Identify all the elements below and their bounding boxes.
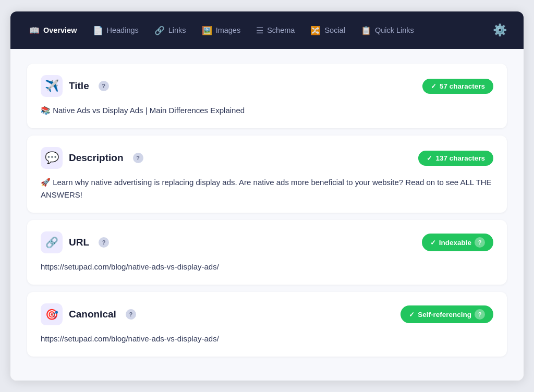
section-title-label: Title — [69, 80, 89, 92]
nav-item-images[interactable]: 🖼️ Images — [196, 21, 247, 40]
canonical-icon-wrap: 🎯 — [41, 303, 63, 325]
description-content: 🚀 Learn why native advertising is replac… — [41, 176, 493, 201]
canonical-badge-help-icon[interactable]: ? — [475, 309, 485, 320]
canonical-value: https://setupad.com/blog/native-ads-vs-d… — [41, 334, 219, 343]
canonical-help-icon[interactable]: ? — [126, 309, 136, 320]
nav-label-social: Social — [324, 26, 345, 34]
title-icon-wrap: ✈️ — [41, 75, 63, 97]
url-badge-wrap: ✓ Indexable ? — [422, 234, 493, 251]
section-description-label: Description — [69, 152, 124, 164]
quick-links-icon: 📋 — [361, 26, 371, 35]
nav-item-schema[interactable]: ☰ Schema — [250, 21, 301, 40]
headings-icon: 📄 — [93, 26, 103, 35]
section-canonical: 🎯 Canonical ? ✓ Self-referencing ? https… — [27, 292, 507, 357]
section-description-header: 💬 Description ? ✓ 137 characters — [41, 147, 493, 169]
section-url-label: URL — [69, 237, 89, 248]
canonical-badge-text: Self-referencing — [418, 311, 471, 318]
canonical-check-icon: ✓ — [409, 311, 415, 318]
url-help-icon[interactable]: ? — [99, 237, 109, 248]
description-badge: ✓ 137 characters — [418, 151, 493, 166]
nav-item-headings[interactable]: 📄 Headings — [87, 21, 145, 40]
top-nav: 📖 Overview 📄 Headings 🔗 Links 🖼️ Images … — [10, 11, 524, 49]
main-container: 📖 Overview 📄 Headings 🔗 Links 🖼️ Images … — [10, 11, 524, 381]
nav-label-links: Links — [168, 26, 186, 34]
section-url-header: 🔗 URL ? ✓ Indexable ? — [41, 231, 493, 253]
section-url-left: 🔗 URL ? — [41, 231, 109, 253]
url-badge-text: Indexable — [439, 239, 471, 247]
url-value: https://setupad.com/blog/native-ads-vs-d… — [41, 262, 219, 271]
nav-label-headings: Headings — [107, 26, 139, 34]
section-title-header: ✈️ Title ? ✓ 57 characters — [41, 75, 493, 97]
description-badge-text: 137 characters — [435, 154, 485, 162]
section-title: ✈️ Title ? ✓ 57 characters 📚 Native Ads … — [27, 64, 507, 128]
url-badge: ✓ Indexable ? — [422, 234, 493, 251]
title-content: 📚 Native Ads vs Display Ads | Main Diffe… — [41, 104, 493, 117]
nav-label-images: Images — [216, 26, 241, 34]
social-icon: 🔀 — [310, 26, 321, 35]
url-content: https://setupad.com/blog/native-ads-vs-d… — [41, 261, 493, 273]
canonical-badge: ✓ Self-referencing ? — [400, 305, 493, 323]
images-icon: 🖼️ — [202, 26, 212, 35]
nav-label-quick-links: Quick Links — [375, 26, 414, 34]
main-content: ✈️ Title ? ✓ 57 characters 📚 Native Ads … — [10, 49, 524, 381]
section-canonical-label: Canonical — [69, 309, 116, 320]
description-check-icon: ✓ — [427, 154, 432, 162]
canonical-content: https://setupad.com/blog/native-ads-vs-d… — [41, 333, 493, 345]
nav-item-quick-links[interactable]: 📋 Quick Links — [355, 21, 420, 40]
nav-item-social[interactable]: 🔀 Social — [304, 21, 351, 40]
description-help-icon[interactable]: ? — [133, 153, 143, 163]
nav-item-links[interactable]: 🔗 Links — [148, 21, 192, 40]
url-check-icon: ✓ — [430, 239, 436, 247]
nav-label-schema: Schema — [267, 26, 295, 34]
section-canonical-left: 🎯 Canonical ? — [41, 303, 136, 325]
title-help-icon[interactable]: ? — [99, 81, 109, 91]
schema-icon: ☰ — [256, 26, 263, 35]
section-title-left: ✈️ Title ? — [41, 75, 109, 97]
nav-label-overview: Overview — [43, 26, 77, 34]
settings-button[interactable]: ⚙️ — [489, 19, 511, 41]
title-badge: ✓ 57 characters — [422, 79, 493, 94]
url-badge-help-icon[interactable]: ? — [475, 237, 485, 248]
links-icon: 🔗 — [154, 26, 165, 35]
url-icon-wrap: 🔗 — [41, 231, 63, 253]
nav-item-overview[interactable]: 📖 Overview — [23, 21, 83, 40]
section-description-left: 💬 Description ? — [41, 147, 143, 169]
section-description: 💬 Description ? ✓ 137 characters 🚀 Learn… — [27, 136, 507, 213]
title-badge-text: 57 characters — [440, 82, 485, 90]
title-check-icon: ✓ — [431, 82, 436, 90]
canonical-badge-wrap: ✓ Self-referencing ? — [400, 305, 493, 323]
section-canonical-header: 🎯 Canonical ? ✓ Self-referencing ? — [41, 303, 493, 325]
overview-icon: 📖 — [29, 26, 40, 35]
description-icon-wrap: 💬 — [41, 147, 63, 169]
section-url: 🔗 URL ? ✓ Indexable ? https://setupad.co… — [27, 220, 507, 285]
